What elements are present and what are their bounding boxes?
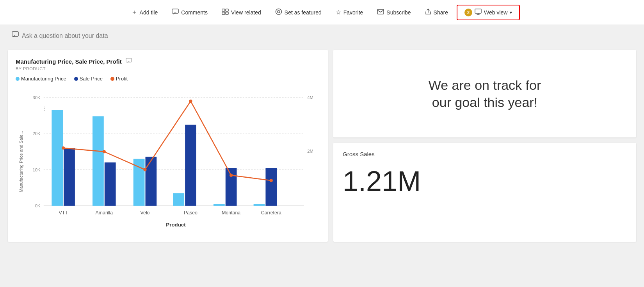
plus-icon: ＋ [131,8,137,16]
profit-dot-vtt [62,146,65,150]
chart-svg: Manufacturing Price and Sale... 30K 20K … [16,86,320,238]
web-view-label: Web view [484,9,507,16]
bar-velo-mfg[interactable] [133,159,145,206]
set-as-featured-label: Set as featured [285,9,322,16]
text-line2: our goal this year! [432,95,537,110]
svg-text:20K: 20K [33,131,41,136]
toolbar: ＋ Add tile Comments View related Set as … [0,0,644,25]
metric-value: 1.21M [343,165,627,197]
text-line1: We are on track for [429,78,541,93]
bar-vtt-mfg[interactable] [52,110,63,206]
share-label: Share [434,9,448,16]
chart-header: Manufacturing Price, Sale Price, Profit [16,58,320,65]
text-card: We are on track for our goal this year! [333,50,636,137]
legend-mfg: Manufacturing Price [16,76,66,82]
web-view-badge: 2 [464,9,472,16]
metric-card: Gross Sales 1.21M [333,143,636,242]
chart-subtitle: BY PRODUCT [16,66,320,71]
svg-text:4M: 4M [307,95,313,100]
legend-sale: Sale Price [74,76,103,82]
svg-rect-9 [12,32,18,36]
svg-rect-4 [226,12,228,14]
view-related-label: View related [231,9,261,16]
chart-area: Manufacturing Price and Sale... 30K 20K … [16,86,320,234]
chart-comment-icon[interactable] [126,58,132,65]
legend-label-sale: Sale Price [80,76,103,82]
add-tile-button[interactable]: ＋ Add tile [124,5,165,20]
view-related-button[interactable]: View related [215,5,268,20]
featured-icon [275,8,282,17]
svg-text:2M: 2M [307,149,313,153]
svg-rect-7 [377,9,384,14]
bar-amarilla-mfg[interactable] [93,116,104,206]
svg-point-5 [276,9,281,14]
svg-rect-2 [226,9,228,11]
qa-bar [0,25,644,46]
dashboard: Manufacturing Price, Sale Price, Profit … [0,46,644,250]
monitor-icon [475,9,482,16]
qa-icon [12,31,19,40]
svg-rect-1 [222,9,225,11]
favorite-button[interactable]: ☆ Favorite [329,5,370,19]
profit-dot-amarilla [103,150,106,153]
chevron-down-icon: ▾ [510,10,512,15]
profit-dot-carretera [270,179,273,182]
share-button[interactable]: Share [418,5,455,20]
comments-label: Comments [181,9,208,16]
x-label-carretera: Carretera [261,210,281,216]
svg-rect-8 [475,9,481,13]
chart-card: Manufacturing Price, Sale Price, Profit … [8,50,328,242]
chart-legend: Manufacturing Price Sale Price Profit [16,76,320,82]
chart-title: Manufacturing Price, Sale Price, Profit [16,58,122,65]
bar-paseo-mfg[interactable] [173,193,184,206]
legend-dot-mfg [16,77,20,81]
bar-montana-mfg[interactable] [213,204,225,206]
x-label-montana: Montana [222,210,240,216]
bar-paseo-sale[interactable] [185,125,196,206]
x-label-vtt: VTT [59,210,68,216]
legend-label-mfg: Manufacturing Price [21,76,66,82]
comments-button[interactable]: Comments [165,5,215,20]
bar-carretera-sale[interactable] [265,168,277,205]
comments-icon [172,9,179,16]
svg-text:⋮: ⋮ [42,105,47,112]
legend-dot-profit [110,77,114,81]
svg-text:Manufacturing Price and Sale..: Manufacturing Price and Sale... [19,131,23,192]
svg-text:10K: 10K [33,168,41,172]
web-view-button[interactable]: 2 Web view ▾ [457,5,520,20]
star-icon: ☆ [336,9,341,16]
x-axis-title: Product [166,222,186,228]
metric-label: Gross Sales [343,151,627,157]
set-as-featured-button[interactable]: Set as featured [268,5,329,20]
add-tile-label: Add tile [140,9,158,16]
legend-profit: Profit [110,76,128,82]
share-icon [425,9,431,16]
profit-dot-paseo [189,100,192,103]
bar-vtt-sale[interactable] [64,148,75,206]
favorite-label: Favorite [343,9,363,16]
x-label-velo: Velo [141,210,150,216]
mail-icon [377,9,384,16]
subscribe-label: Subscribe [386,9,411,16]
bar-velo-sale[interactable] [146,157,157,206]
svg-point-6 [278,11,280,13]
legend-dot-sale [74,77,78,81]
qa-input[interactable] [22,32,131,39]
view-related-icon [222,9,229,16]
subscribe-button[interactable]: Subscribe [370,6,418,19]
bar-amarilla-sale[interactable] [105,162,116,206]
qa-input-wrap [12,31,144,42]
svg-rect-3 [222,12,225,14]
profit-dot-velo [143,168,146,171]
bar-carretera-mfg[interactable] [254,204,265,206]
profit-dot-montana [229,174,233,177]
svg-text:30K: 30K [33,95,41,100]
text-card-content: We are on track for our goal this year! [429,77,541,111]
x-label-amarilla: Amarilla [96,210,113,216]
legend-label-profit: Profit [116,76,128,82]
x-label-paseo: Paseo [184,210,197,216]
svg-text:0K: 0K [35,203,41,208]
